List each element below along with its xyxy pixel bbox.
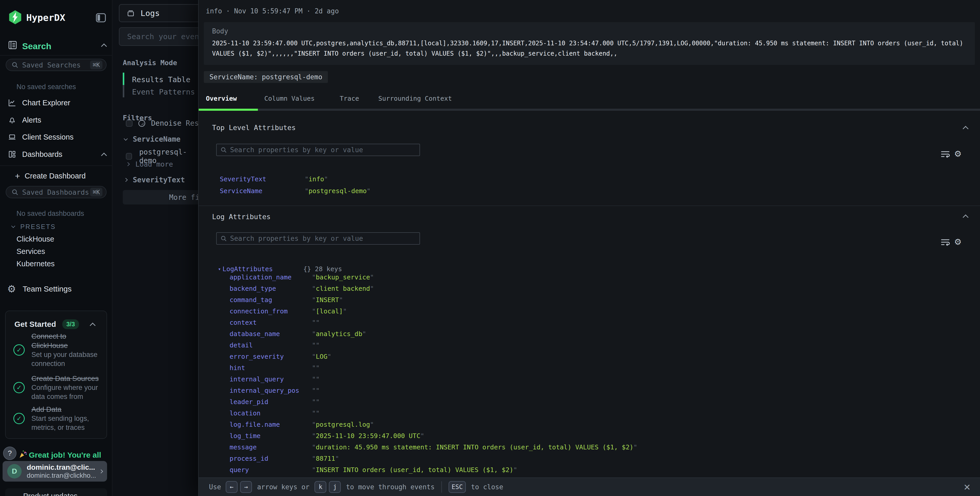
quote: " (312, 410, 316, 417)
presets-label: PRESETS (20, 223, 56, 230)
get-started-item-title: Create Data Sources (32, 374, 101, 383)
event-detail-panel: info · Nov 10 5:59:47 PM · 2d ago Body 2… (198, 0, 980, 496)
sidebar-item-alerts[interactable]: Alerts (8, 116, 41, 124)
attribute-row[interactable]: context"" (229, 317, 637, 328)
plus-icon: + (15, 172, 20, 180)
body-card: Body 2025-11-10 23:59:47.000 UTC,postgre… (204, 22, 975, 65)
attribute-row[interactable]: log.file.name"postgresql.log" (229, 419, 637, 430)
get-started-item-title: Add Data (32, 405, 101, 414)
attribute-row[interactable]: command_tag"INSERT" (229, 294, 637, 305)
source-select-button[interactable]: Logs (119, 4, 198, 22)
attribute-row[interactable]: internal_query"" (229, 373, 637, 385)
top-level-settings-gear-icon[interactable]: ⚙ (955, 147, 961, 159)
close-icon[interactable]: ✕ (964, 482, 971, 493)
tab-trace[interactable]: Trace (340, 95, 359, 102)
attribute-row[interactable]: query"INSERT INTO orders (user_id, total… (229, 464, 637, 475)
bottom-card[interactable]: Product updates (5, 488, 107, 496)
quote: " (362, 330, 366, 338)
presets-toggle[interactable]: PRESETS (12, 223, 56, 230)
postgresql-demo-checkbox[interactable] (126, 153, 132, 159)
attribute-row[interactable]: SeverityText"info" (220, 173, 371, 185)
attribute-key: application_name (229, 273, 312, 281)
sidebar-item-chart-explorer[interactable]: Chart Explorer (8, 98, 70, 107)
log-attribute-rows: application_name"backup_service"backend_… (229, 271, 637, 475)
search-icon (11, 61, 19, 69)
get-started-collapse-chevron-icon[interactable] (90, 323, 96, 329)
severitytext-filter-group[interactable]: SeverityText (124, 175, 185, 184)
servicename-filter-group[interactable]: ServiceName (124, 135, 180, 144)
attribute-row[interactable]: message"duration: 45.950 ms statement: I… (229, 442, 637, 453)
laptop-icon (8, 132, 16, 141)
quote: " (305, 187, 309, 195)
attribute-key: hint (229, 364, 312, 372)
search-collapse-chevron-icon[interactable] (101, 43, 107, 49)
quote: " (335, 455, 339, 462)
quote: " (316, 398, 320, 406)
preset-item-kubernetes[interactable]: Kubernetes (16, 260, 54, 268)
mode-results-table[interactable]: Results Table (132, 75, 191, 84)
log-attributes-search-input[interactable]: Search properties by key or value (216, 232, 420, 245)
quote: " (343, 308, 347, 315)
create-dashboard-button[interactable]: + Create Dashboard (15, 172, 86, 180)
mode-event-patterns[interactable]: Event Patterns (132, 88, 195, 96)
chevron-down-icon (124, 137, 128, 141)
denoise-checkbox[interactable] (126, 120, 132, 127)
preset-item-services[interactable]: Services (16, 247, 45, 256)
attribute-key: internal_query_pos (229, 387, 312, 394)
attribute-row[interactable]: location"" (229, 407, 637, 419)
servicename-tag[interactable]: ServiceName: postgresql-demo (204, 71, 328, 83)
log-attributes-settings-gear-icon[interactable]: ⚙ (955, 235, 961, 247)
tab-surrounding-context[interactable]: Surrounding Context (378, 95, 452, 102)
attribute-row[interactable]: process_id"88711" (229, 453, 637, 464)
attribute-row[interactable]: detail"" (229, 340, 637, 351)
dashboards-collapse-chevron-icon[interactable] (101, 153, 107, 159)
attribute-row[interactable]: leader_pid"" (229, 396, 637, 407)
sidebar-item-dashboards[interactable]: Dashboards (8, 150, 62, 159)
preset-item-clickhouse[interactable]: ClickHouse (16, 235, 54, 243)
load-more-button[interactable]: Load more (126, 160, 173, 168)
top-level-search-input[interactable]: Search properties by key or value (216, 144, 420, 156)
more-filters-button[interactable]: More filte (123, 190, 198, 204)
attribute-row[interactable]: backend_type"client backend" (229, 283, 637, 294)
denoise-label: Denoise Resul (151, 119, 198, 128)
collapse-sidebar-icon[interactable] (96, 13, 106, 23)
attribute-value: "" (312, 410, 320, 417)
team-settings-item[interactable]: ⚙ Team Settings (7, 283, 72, 295)
log-attributes-collapse-chevron-icon[interactable] (963, 215, 969, 220)
top-level-attributes-title: Top Level Attributes (212, 124, 296, 132)
attribute-row[interactable]: database_name"analytics_db" (229, 328, 637, 340)
attribute-row[interactable]: ServiceName"postgresql-demo" (220, 185, 371, 197)
attribute-row[interactable]: internal_query_pos"" (229, 385, 637, 396)
attribute-value: "client backend" (312, 285, 374, 292)
quote: " (312, 455, 316, 462)
denoise-results-row[interactable]: Denoise Resul (126, 119, 198, 128)
wrap-lines-icon[interactable] (940, 238, 950, 247)
attribute-row[interactable]: hint"" (229, 362, 637, 373)
top-level-collapse-chevron-icon[interactable] (963, 126, 969, 132)
quote: " (312, 330, 316, 338)
attribute-row[interactable]: application_name"backup_service" (229, 271, 637, 283)
attribute-value: "" (312, 387, 320, 394)
saved-dashboards-placeholder: Saved Dashboards (22, 188, 90, 196)
user-menu[interactable]: D dominic.tran@clic... dominic.tran@clic… (3, 461, 107, 482)
chevron-right-icon (126, 162, 130, 166)
wrap-lines-icon[interactable] (940, 150, 950, 159)
sidebar-item-client-sessions[interactable]: Client Sessions (8, 132, 73, 141)
shortcut-badge: ⌘K (90, 188, 102, 196)
attribute-row[interactable]: connection_from"[local]" (229, 305, 637, 317)
attribute-key: backend_type (229, 285, 312, 292)
quote: " (316, 319, 320, 326)
chart-icon (8, 98, 16, 107)
saved-dashboards-input[interactable]: Saved Dashboards ⌘K (6, 186, 107, 198)
event-search-input[interactable]: Search your event (119, 27, 198, 46)
saved-searches-input[interactable]: Saved Searches ⌘K (6, 59, 107, 71)
quote: " (514, 466, 517, 474)
sidebar-item-search[interactable]: Search (22, 41, 51, 51)
tab-overview[interactable]: Overview (206, 95, 237, 102)
quote: " (312, 466, 316, 474)
attribute-row[interactable]: error_severity"LOG" (229, 351, 637, 362)
section-divider (199, 206, 980, 206)
help-button[interactable]: ? (3, 447, 16, 460)
tab-column-values[interactable]: Column Values (264, 95, 315, 102)
attribute-row[interactable]: log_time"2025-11-10 23:59:47.000 UTC" (229, 430, 637, 442)
